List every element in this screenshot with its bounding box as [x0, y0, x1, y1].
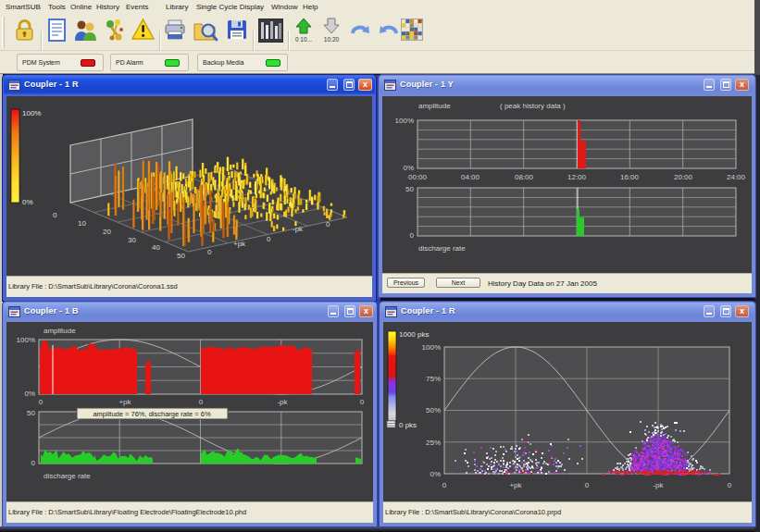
- svg-text:50%: 50%: [426, 406, 441, 414]
- svg-text:0: 0: [207, 248, 212, 256]
- svg-text:0: 0: [585, 481, 590, 489]
- svg-text:discharge rate: discharge rate: [44, 472, 91, 480]
- svg-text:discharge rate: discharge rate: [418, 244, 466, 253]
- svg-text:amplitude: amplitude: [44, 327, 76, 335]
- svg-text:0: 0: [326, 220, 330, 229]
- svg-text:25%: 25%: [426, 439, 441, 447]
- svg-text:100%: 100%: [395, 117, 414, 125]
- svg-text:-pk: -pk: [277, 398, 288, 406]
- svg-text:-pk: -pk: [293, 225, 304, 233]
- svg-text:0: 0: [410, 231, 415, 240]
- svg-text:0: 0: [31, 459, 36, 467]
- svg-text:amplitude = 76%, discharge rat: amplitude = 76%, discharge rate = 6%: [93, 410, 210, 418]
- svg-text:0: 0: [728, 481, 732, 489]
- svg-text:0: 0: [267, 235, 271, 243]
- svg-text:24:00: 24:00: [727, 173, 746, 181]
- svg-text:0%: 0%: [24, 390, 35, 398]
- svg-text:40: 40: [152, 243, 160, 252]
- svg-text:+pk: +pk: [509, 481, 522, 489]
- svg-text:0: 0: [53, 211, 57, 219]
- svg-text:0 10...: 0 10...: [295, 36, 312, 43]
- svg-text:50: 50: [177, 252, 185, 260]
- svg-text:+pk: +pk: [233, 240, 246, 248]
- svg-text:100%: 100%: [22, 109, 41, 118]
- svg-text:0 pks: 0 pks: [399, 421, 417, 429]
- svg-text:20: 20: [103, 228, 111, 236]
- svg-text:12:00: 12:00: [567, 173, 587, 181]
- svg-text:00:00: 00:00: [408, 173, 428, 181]
- svg-text:0: 0: [360, 398, 365, 406]
- svg-text:08:00: 08:00: [515, 173, 534, 181]
- svg-text:1000 pks: 1000 pks: [399, 330, 429, 339]
- svg-text:( peak history data ): ( peak history data ): [500, 102, 566, 110]
- svg-text:75%: 75%: [426, 375, 441, 383]
- svg-text:amplitude: amplitude: [418, 102, 451, 110]
- svg-text:10:20: 10:20: [324, 36, 340, 43]
- svg-text:20:00: 20:00: [674, 173, 693, 181]
- svg-text:10: 10: [78, 219, 86, 228]
- svg-text:+pk: +pk: [118, 398, 131, 406]
- svg-text:04:00: 04:00: [461, 173, 480, 181]
- svg-text:50: 50: [405, 185, 414, 193]
- svg-text:100%: 100%: [17, 336, 35, 344]
- svg-text:30: 30: [128, 236, 136, 244]
- svg-text:100%: 100%: [422, 343, 441, 352]
- svg-text:0%: 0%: [430, 470, 441, 478]
- svg-text:0: 0: [199, 398, 204, 406]
- svg-text:-pk: -pk: [653, 481, 664, 489]
- svg-text:0%: 0%: [403, 164, 414, 172]
- svg-text:16:00: 16:00: [620, 173, 640, 181]
- svg-text:0: 0: [442, 481, 447, 489]
- svg-text:0%: 0%: [22, 198, 33, 206]
- svg-text:50: 50: [27, 409, 35, 417]
- svg-text:0: 0: [39, 398, 44, 406]
